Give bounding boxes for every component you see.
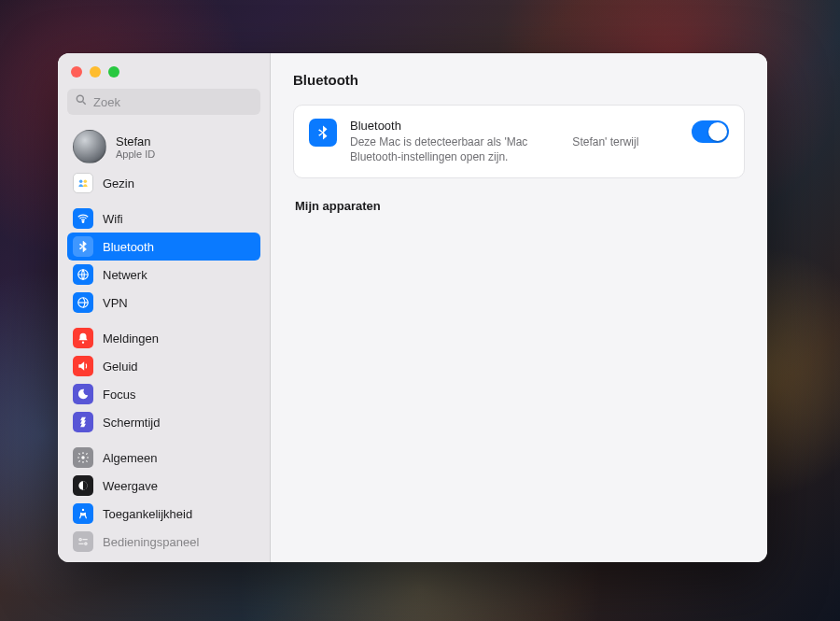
sidebar-item-weergave[interactable]: Weergave — [67, 472, 260, 500]
window-controls — [58, 63, 270, 89]
svg-point-3 — [84, 180, 88, 184]
sidebar-item-geluid[interactable]: Geluid — [67, 352, 260, 380]
sidebar-item-label: Netwerk — [103, 268, 147, 282]
network-icon — [73, 264, 93, 285]
minimize-window-button[interactable] — [90, 66, 101, 78]
search-icon — [75, 93, 88, 110]
sidebar-item-label: Geluid — [103, 360, 138, 374]
devices-heading: Mijn apparaten — [295, 199, 743, 213]
screentime-icon — [73, 412, 93, 432]
bluetooth-card-desc: Deze Mac is detecteerbaar als 'Mac Stefa… — [350, 134, 679, 164]
svg-point-13 — [85, 543, 87, 544]
focus-icon — [73, 384, 93, 404]
bluetooth-card-title: Bluetooth — [350, 119, 679, 133]
sidebar-item-toegankelijkheid[interactable]: Toegankelijkheid — [67, 500, 260, 528]
vpn-icon — [73, 292, 93, 313]
sidebar-item-label: Algemeen — [103, 451, 158, 465]
bluetooth-icon — [73, 236, 93, 257]
bluetooth-toggle[interactable] — [692, 120, 729, 143]
sidebar-item-gezin[interactable]: Gezin — [67, 169, 260, 197]
svg-point-4 — [82, 221, 84, 223]
family-icon — [73, 173, 93, 193]
sidebar-item-meldingen[interactable]: Meldingen — [67, 324, 260, 352]
sidebar-item-vpn[interactable]: VPN — [67, 289, 260, 317]
notifications-icon — [73, 328, 93, 348]
apple-id-profile[interactable]: Stefan Apple ID — [67, 124, 260, 169]
close-window-button[interactable] — [71, 66, 82, 78]
accessibility-icon — [73, 503, 93, 524]
sidebar-item-label: Bluetooth — [103, 240, 154, 254]
sidebar-item-label: Meldingen — [103, 332, 159, 346]
zoom-window-button[interactable] — [108, 66, 119, 78]
sidebar-item-label: Focus — [103, 388, 135, 402]
sidebar-item-label: Schermtijd — [103, 416, 160, 430]
sound-icon — [73, 356, 93, 376]
sidebar-item-label: Gezin — [103, 176, 134, 191]
svg-point-11 — [79, 539, 81, 541]
sidebar-item-label: Toegankelijkheid — [103, 507, 192, 521]
main-pane: Bluetooth Bluetooth Deze Mac is detectee… — [271, 53, 767, 562]
bluetooth-status-card: Bluetooth Deze Mac is detecteerbaar als … — [293, 105, 745, 178]
sidebar-item-label: Weergave — [103, 479, 158, 493]
profile-name: Stefan — [116, 134, 155, 148]
appearance-icon — [73, 475, 93, 496]
sidebar-item-focus[interactable]: Focus — [67, 380, 260, 408]
sidebar-item-label: Bedieningspaneel — [103, 535, 199, 549]
svg-point-8 — [81, 456, 85, 459]
wifi-icon — [73, 208, 93, 229]
desktop-background: Stefan Apple ID Gezin Wifi — [0, 0, 840, 621]
sidebar-item-label: VPN — [103, 296, 128, 310]
search-input[interactable] — [93, 95, 253, 109]
sidebar-item-wifi[interactable]: Wifi — [67, 205, 260, 233]
sidebar-item-netwerk[interactable]: Netwerk — [67, 261, 260, 289]
svg-line-1 — [83, 102, 86, 105]
svg-point-10 — [82, 509, 84, 511]
svg-point-7 — [82, 342, 84, 344]
profile-sub: Apple ID — [116, 148, 155, 160]
sidebar-item-bluetooth[interactable]: Bluetooth — [67, 233, 260, 261]
page-title: Bluetooth — [293, 72, 745, 88]
bluetooth-icon — [309, 119, 337, 147]
control-center-icon — [73, 531, 93, 552]
sidebar-item-bedieningspaneel[interactable]: Bedieningspaneel — [67, 528, 260, 556]
avatar — [73, 130, 106, 163]
system-settings-window: Stefan Apple ID Gezin Wifi — [58, 53, 767, 562]
sidebar-item-algemeen[interactable]: Algemeen — [67, 444, 260, 472]
sidebar-item-label: Wifi — [103, 212, 123, 226]
sidebar-scroll[interactable]: Stefan Apple ID Gezin Wifi — [58, 124, 270, 562]
sidebar-item-schermtijd[interactable]: Schermtijd — [67, 408, 260, 436]
search-field[interactable] — [67, 89, 260, 115]
svg-point-2 — [79, 180, 83, 184]
svg-point-0 — [77, 95, 83, 102]
general-icon — [73, 447, 93, 468]
sidebar: Stefan Apple ID Gezin Wifi — [58, 53, 271, 562]
